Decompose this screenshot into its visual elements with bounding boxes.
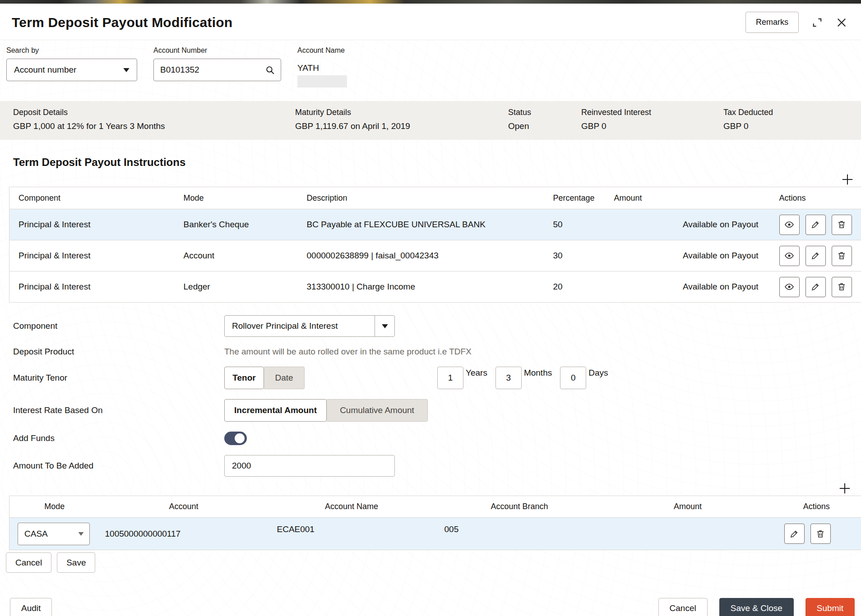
- page-title: Term Deposit Payout Modification: [12, 15, 232, 30]
- table-row[interactable]: Principal & Interest Account 00000026388…: [9, 240, 861, 271]
- component-row: Component Rollover Principal & Interest: [0, 315, 861, 337]
- cancel-button[interactable]: Cancel: [6, 552, 51, 573]
- col-actions: Actions: [770, 187, 861, 209]
- funds-add-row: [0, 481, 861, 496]
- account-name-placeholder-bar: [297, 75, 347, 87]
- edit-button[interactable]: [805, 215, 826, 235]
- view-button[interactable]: [779, 246, 800, 266]
- edit-button[interactable]: [805, 246, 826, 266]
- remarks-button[interactable]: Remarks: [745, 12, 799, 33]
- tenor-inputs: Years Months Days: [437, 367, 608, 389]
- incremental-amount-option[interactable]: Incremental Amount: [224, 399, 327, 422]
- save-and-close-button[interactable]: Save & Close: [719, 598, 794, 616]
- cell-mode: CASA: [9, 518, 100, 550]
- cell-description: BC Payable at FLEXCUBE UNIVERSAL BANK: [298, 209, 544, 240]
- tenor-option[interactable]: Tenor: [224, 367, 264, 389]
- cell-amount: Available on Payout: [605, 271, 770, 303]
- cell-percentage: 20: [544, 271, 605, 303]
- edit-button[interactable]: [784, 524, 805, 544]
- summary-tax-deducted: Tax Deducted GBP 0: [723, 108, 861, 131]
- payout-instructions-table: Component Mode Description Percentage Am…: [9, 187, 861, 303]
- add-funds-toggle[interactable]: [224, 432, 247, 445]
- delete-button[interactable]: [832, 277, 852, 297]
- funds-table-actions: Cancel Save: [6, 552, 861, 573]
- edit-button[interactable]: [805, 277, 826, 297]
- cell-component: Principal & Interest: [9, 209, 175, 240]
- summary-label: Status: [508, 108, 581, 117]
- account-number-group: Account Number: [153, 46, 281, 81]
- summary-label: Tax Deducted: [723, 108, 861, 117]
- view-button[interactable]: [779, 215, 800, 235]
- maturity-tenor-row: Maturity Tenor Tenor Date Years Months D…: [0, 367, 861, 389]
- audit-button[interactable]: Audit: [10, 598, 52, 616]
- amount-to-add-input[interactable]: [224, 455, 395, 477]
- col-account-name: Account Name: [268, 496, 435, 518]
- add-funds-label: Add Funds: [13, 433, 224, 443]
- cell-actions: [770, 209, 861, 240]
- cumulative-amount-option[interactable]: Cumulative Amount: [327, 399, 428, 422]
- footer-actions: Cancel Save & Close Submit: [658, 598, 855, 616]
- table-header-row: Mode Account Account Name Account Branch…: [9, 496, 861, 518]
- summary-label: Reinvested Interest: [581, 108, 723, 117]
- col-component: Component: [9, 187, 175, 209]
- search-by-value: Account number: [14, 65, 76, 75]
- cell-amount: [604, 518, 772, 550]
- col-amount: Amount: [604, 496, 772, 518]
- component-select[interactable]: Rollover Principal & Interest: [224, 315, 395, 337]
- years-label: Years: [466, 368, 487, 378]
- submit-button[interactable]: Submit: [805, 598, 855, 616]
- deposit-product-label: Deposit Product: [13, 347, 224, 357]
- add-funds-row: Add Funds: [0, 432, 861, 445]
- close-icon[interactable]: [836, 17, 847, 28]
- cell-account-branch: 005: [435, 518, 604, 550]
- save-button[interactable]: Save: [57, 552, 95, 573]
- table-row[interactable]: Principal & Interest Ledger 313300010 | …: [9, 271, 861, 303]
- cell-account: 1005000000000117: [100, 518, 268, 550]
- cell-description: 313300010 | Charge Income: [298, 271, 544, 303]
- cell-percentage: 30: [544, 240, 605, 271]
- days-label: Days: [588, 368, 608, 378]
- summary-value: GBP 0: [723, 121, 861, 131]
- maturity-tenor-label: Maturity Tenor: [13, 373, 224, 383]
- deposit-product-note: The amount will be auto rolled over in t…: [224, 347, 472, 357]
- search-icon[interactable]: [265, 65, 275, 75]
- table-row[interactable]: Principal & Interest Banker's Cheque BC …: [9, 209, 861, 240]
- table-header-row: Component Mode Description Percentage Am…: [9, 187, 861, 209]
- days-input[interactable]: [560, 367, 586, 389]
- search-by-select[interactable]: Account number: [6, 59, 137, 81]
- mode-select[interactable]: CASA: [18, 523, 90, 545]
- cell-percentage: 50: [544, 209, 605, 240]
- account-number-box: [153, 59, 281, 81]
- account-name-label: Account Name: [297, 46, 347, 55]
- summary-deposit-details: Deposit Details GBP 1,000 at 12% for 1 Y…: [13, 108, 295, 131]
- account-number-input[interactable]: [156, 65, 265, 75]
- date-option[interactable]: Date: [264, 367, 305, 389]
- summary-value: GBP 1,000 at 12% for 1 Years 3 Months: [13, 121, 295, 131]
- page-footer: Audit Cancel Save & Close Submit: [10, 598, 855, 616]
- col-mode: Mode: [175, 187, 298, 209]
- years-input[interactable]: [437, 367, 463, 389]
- view-button[interactable]: [779, 277, 800, 297]
- delete-button[interactable]: [810, 524, 831, 544]
- app-header: Term Deposit Payout Modification Remarks: [0, 4, 861, 40]
- add-payout-instruction-button[interactable]: [840, 172, 855, 187]
- delete-button[interactable]: [832, 246, 852, 266]
- expand-icon[interactable]: [811, 17, 823, 28]
- footer-cancel-button[interactable]: Cancel: [658, 598, 708, 616]
- cell-component: Principal & Interest: [9, 240, 175, 271]
- add-fund-row-button[interactable]: [838, 481, 852, 496]
- amount-to-add-label: Amount To Be Added: [13, 461, 224, 471]
- mode-value: CASA: [24, 529, 48, 539]
- header-actions: Remarks: [745, 12, 847, 33]
- months-input[interactable]: [495, 367, 522, 389]
- amount-to-add-row: Amount To Be Added: [0, 455, 861, 477]
- summary-label: Maturity Details: [295, 108, 508, 117]
- account-number-label: Account Number: [153, 46, 281, 55]
- table-row[interactable]: CASA 1005000000000117 ECAE001 005: [9, 518, 861, 550]
- component-value: Rollover Principal & Interest: [225, 321, 375, 331]
- tenor-date-toggle: Tenor Date: [224, 367, 305, 389]
- chevron-down-icon: [123, 68, 130, 72]
- col-description: Description: [298, 187, 544, 209]
- delete-button[interactable]: [832, 215, 852, 235]
- deposit-summary-strip: Deposit Details GBP 1,000 at 12% for 1 Y…: [0, 101, 861, 140]
